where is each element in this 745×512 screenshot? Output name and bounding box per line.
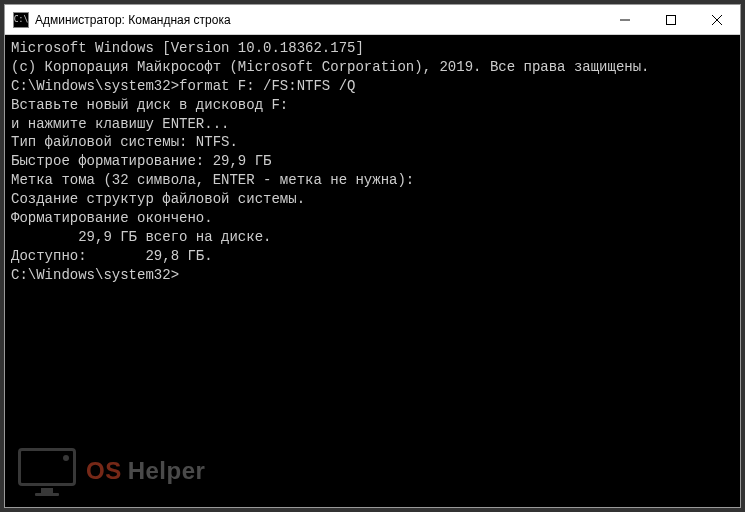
- terminal-line: C:\Windows\system32>: [11, 266, 734, 285]
- terminal-line: Создание структур файловой системы.: [11, 190, 734, 209]
- terminal-line: и нажмите клавишу ENTER...: [11, 115, 734, 134]
- titlebar[interactable]: C:\ Администратор: Командная строка: [5, 5, 740, 35]
- minimize-button[interactable]: [602, 5, 648, 34]
- terminal-line: Вставьте новый диск в дисковод F:: [11, 96, 734, 115]
- close-button[interactable]: [694, 5, 740, 34]
- maximize-button[interactable]: [648, 5, 694, 34]
- terminal-line: (c) Корпорация Майкрософт (Microsoft Cor…: [11, 58, 734, 77]
- terminal-line: Тип файловой системы: NTFS.: [11, 133, 734, 152]
- minimize-icon: [620, 15, 630, 25]
- close-icon: [712, 15, 722, 25]
- maximize-icon: [666, 15, 676, 25]
- cmd-icon-label: C:\: [14, 15, 28, 24]
- cmd-icon: C:\: [13, 12, 29, 28]
- window-title: Администратор: Командная строка: [35, 13, 602, 27]
- monitor-icon: [18, 448, 76, 494]
- terminal-line: Быстрое форматирование: 29,9 ГБ: [11, 152, 734, 171]
- terminal-line: Метка тома (32 символа, ENTER - метка не…: [11, 171, 734, 190]
- terminal-line: C:\Windows\system32>format F: /FS:NTFS /…: [11, 77, 734, 96]
- watermark: OSHelper: [18, 448, 205, 494]
- watermark-os: OS: [86, 457, 122, 484]
- terminal-line: Доступно: 29,8 ГБ.: [11, 247, 734, 266]
- window-controls: [602, 5, 740, 34]
- terminal-line: Microsoft Windows [Version 10.0.18362.17…: [11, 39, 734, 58]
- terminal-output[interactable]: Microsoft Windows [Version 10.0.18362.17…: [5, 35, 740, 507]
- terminal-line: 29,9 ГБ всего на диске.: [11, 228, 734, 247]
- command-prompt-window: C:\ Администратор: Командная строка Micr…: [4, 4, 741, 508]
- terminal-line: Форматирование окончено.: [11, 209, 734, 228]
- watermark-text: OSHelper: [86, 457, 205, 485]
- watermark-helper: Helper: [128, 457, 206, 484]
- svg-rect-1: [667, 15, 676, 24]
